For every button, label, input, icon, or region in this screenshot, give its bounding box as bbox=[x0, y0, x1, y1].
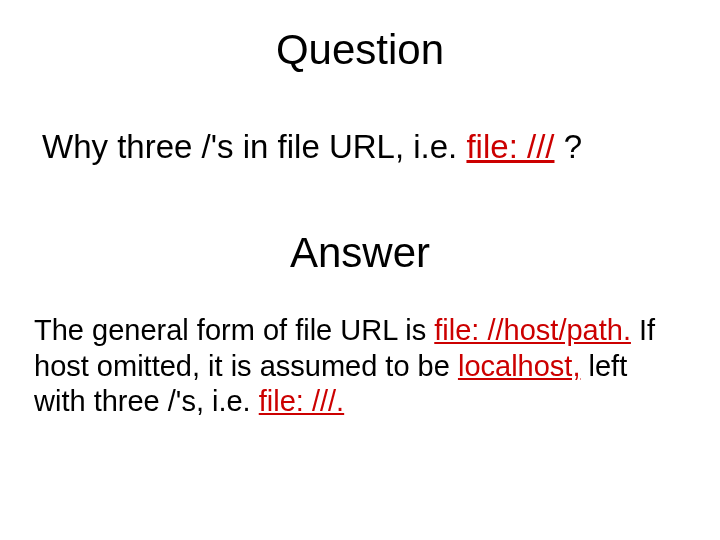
heading-answer: Answer bbox=[0, 229, 720, 277]
question-suffix: ? bbox=[554, 128, 582, 165]
file-host-path-link[interactable]: file: //host/path. bbox=[434, 314, 631, 346]
question-prefix: Why three /'s in file URL, i.e. bbox=[42, 128, 466, 165]
question-text: Why three /'s in file URL, i.e. file: //… bbox=[42, 126, 682, 167]
localhost-link[interactable]: localhost, bbox=[458, 350, 581, 382]
answer-part1: The general form of file URL is bbox=[34, 314, 434, 346]
file-triple-slash-link[interactable]: file: ///. bbox=[259, 385, 344, 417]
slide: Question Why three /'s in file URL, i.e.… bbox=[0, 26, 720, 540]
heading-question: Question bbox=[0, 26, 720, 74]
file-url-link[interactable]: file: /// bbox=[466, 128, 554, 165]
answer-text: The general form of file URL is file: //… bbox=[34, 313, 686, 419]
